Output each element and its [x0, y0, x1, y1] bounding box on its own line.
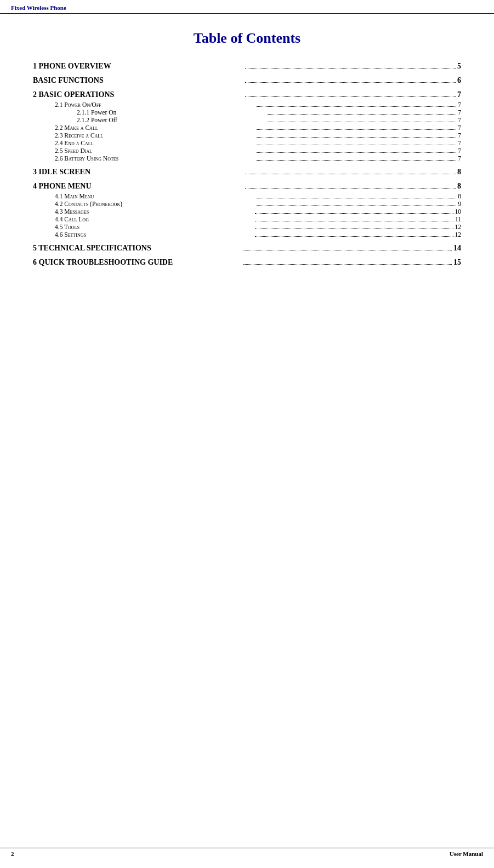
- footer-page-number: 2: [11, 850, 14, 857]
- toc-page: 7: [457, 90, 461, 99]
- toc-entry: 4.1 Main Menu8: [55, 193, 461, 200]
- toc-page: 7: [458, 124, 461, 131]
- toc-entry: 2.3 Receive a Call7: [55, 132, 461, 139]
- toc-page: 12: [455, 231, 462, 238]
- toc-entry: 4 PHONE MENU8: [33, 182, 461, 191]
- toc-entry-text: 2.2 Make a Call: [55, 124, 255, 131]
- toc-entry-text: 2 BASIC OPERATIONS: [33, 90, 243, 99]
- toc-page: 8: [458, 193, 461, 199]
- toc-dots: [257, 106, 457, 107]
- toc-entry-text: 4.1 Main Menu: [55, 193, 255, 199]
- toc-page: 7: [458, 117, 461, 123]
- toc-entry-text: BASIC FUNCTIONS: [33, 76, 243, 85]
- toc-entry-text: 2.4 End a Call: [55, 140, 255, 146]
- page-footer: 2 User Manual: [0, 848, 494, 857]
- toc-entry-text: 4.2 Contacts (Phonebook): [55, 201, 255, 207]
- toc-dots: [257, 205, 457, 206]
- toc-dots: [255, 213, 453, 214]
- toc-heading: Table of Contents: [33, 30, 461, 47]
- toc-dots: [245, 188, 456, 189]
- toc-page: 14: [453, 244, 461, 253]
- toc-dots: [268, 114, 457, 115]
- toc-entry-text: 6 QUICK TROUBLESHOOTING GUIDE: [33, 258, 242, 267]
- toc-entry-text: 2.3 Receive a Call: [55, 132, 255, 139]
- toc-entry-text: 4.3 Messages: [55, 208, 253, 215]
- toc-entry-text: 2.6 Battery Using Notes: [55, 155, 255, 162]
- toc-dots: [255, 236, 453, 237]
- toc-entry: 2.6 Battery Using Notes7: [55, 155, 461, 162]
- page-content: Table of Contents 1 PHONE OVERVIEW5BASIC…: [0, 14, 494, 302]
- toc-entry-text: 1 PHONE OVERVIEW: [33, 62, 243, 71]
- toc-entry: 2.1 Power On/Off7: [55, 101, 461, 108]
- toc-entry-text: 4.5 Tools: [55, 224, 253, 230]
- toc-page: 10: [455, 208, 462, 215]
- toc-page: 9: [458, 201, 461, 207]
- toc-page: 15: [453, 258, 461, 267]
- toc-dots: [245, 96, 456, 97]
- toc-dots: [243, 250, 452, 250]
- toc-dots: [243, 264, 452, 265]
- toc-entry: 4.3 Messages10: [55, 208, 461, 215]
- toc-entry-text: 3 IDLE SCREEN: [33, 168, 243, 176]
- toc-dots: [245, 174, 456, 174]
- toc-page: 7: [458, 140, 461, 146]
- toc-dots: [257, 152, 457, 153]
- toc-page: 11: [455, 216, 461, 222]
- toc-dots: [255, 221, 453, 221]
- toc-dots: [245, 82, 456, 83]
- toc-entry: 2.1.1 Power On7: [77, 109, 461, 116]
- toc-entry: 2 BASIC OPERATIONS7: [33, 90, 461, 99]
- toc-page: 7: [458, 147, 461, 154]
- toc-entry: 2.4 End a Call7: [55, 140, 461, 147]
- toc-entry-text: 5 TECHNICAL SPECIFICATIONS: [33, 244, 242, 253]
- toc-entry: 2.1.2 Power Off7: [77, 117, 461, 124]
- toc-page: 6: [457, 76, 461, 85]
- toc-page: 7: [458, 109, 461, 116]
- toc-dots: [257, 198, 457, 198]
- toc-dots: [255, 229, 453, 229]
- toc-page: 8: [457, 182, 461, 191]
- toc-entry-text: 4 PHONE MENU: [33, 182, 243, 191]
- toc-entry: 4.5 Tools12: [55, 224, 461, 231]
- toc-entry: 2.5 Speed Dial7: [55, 147, 461, 155]
- toc-dots: [245, 68, 456, 68]
- toc-dots: [257, 137, 457, 138]
- footer-right-label: User Manual: [450, 850, 483, 857]
- toc-page: 7: [458, 155, 461, 162]
- toc-entry-text: 4.4 Call Log: [55, 216, 253, 222]
- toc-entry: 4.2 Contacts (Phonebook)9: [55, 201, 461, 208]
- toc-page: 5: [457, 62, 461, 71]
- toc-entry-text: 2.5 Speed Dial: [55, 147, 255, 154]
- toc-dots: [257, 129, 457, 130]
- toc-entry: 5 TECHNICAL SPECIFICATIONS14: [33, 244, 461, 253]
- page-header: Fixed Wireless Phone: [0, 0, 494, 14]
- toc-entry: 2.2 Make a Call7: [55, 124, 461, 132]
- toc-page: 7: [458, 101, 461, 108]
- toc-entry-text: 4.6 Settings: [55, 231, 253, 238]
- toc-entry: 1 PHONE OVERVIEW5: [33, 62, 461, 71]
- toc-dots: [257, 160, 457, 161]
- toc-page: 7: [458, 132, 461, 139]
- toc-entry: 6 QUICK TROUBLESHOOTING GUIDE15: [33, 258, 461, 267]
- toc-entry-text: 2.1.1 Power On: [77, 109, 266, 116]
- document-title: Fixed Wireless Phone: [11, 4, 66, 11]
- toc-entry: 4.6 Settings12: [55, 231, 461, 238]
- toc-dots: [268, 122, 457, 122]
- toc-container: 1 PHONE OVERVIEW5BASIC FUNCTIONS62 BASIC…: [33, 62, 461, 267]
- toc-page: 12: [455, 224, 462, 230]
- toc-entry: 3 IDLE SCREEN8: [33, 168, 461, 176]
- toc-dots: [257, 145, 457, 145]
- toc-entry-text: 2.1.2 Power Off: [77, 117, 266, 123]
- toc-page: 8: [457, 168, 461, 176]
- toc-entry: BASIC FUNCTIONS6: [33, 76, 461, 85]
- toc-entry-text: 2.1 Power On/Off: [55, 101, 255, 108]
- toc-entry: 4.4 Call Log11: [55, 216, 461, 223]
